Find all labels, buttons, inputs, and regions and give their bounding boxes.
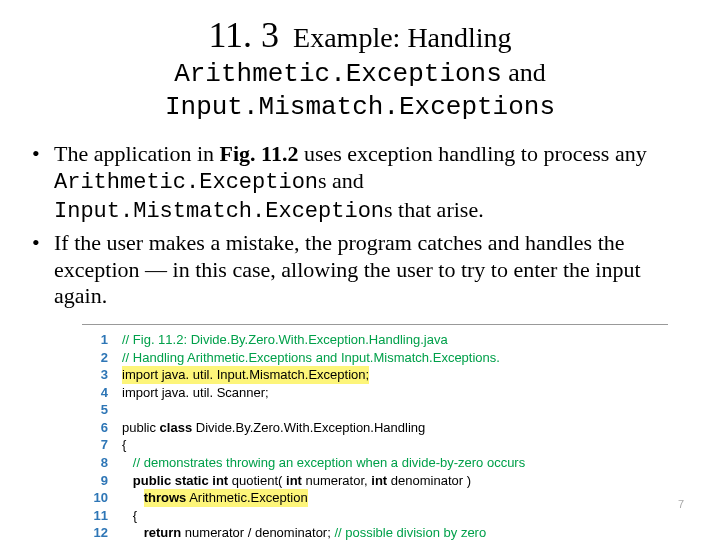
code-line: 5 — [82, 401, 668, 419]
bullet-1: The application in Fig. 11.2 uses except… — [30, 141, 698, 225]
code-line: 11 { — [82, 507, 668, 525]
code-line: 6public class Divide.By.Zero.With.Except… — [82, 419, 668, 437]
title-code-line-2: Input.Mismatch.Exceptions — [22, 91, 698, 124]
title-line-1: 11. 3 Example: Handling — [22, 14, 698, 57]
code-line: 1// Fig. 11.2: Divide.By.Zero.With.Excep… — [82, 331, 668, 349]
code-line: 3import java. util. Input.Mismatch.Excep… — [82, 366, 668, 384]
code-line: 7{ — [82, 436, 668, 454]
code-line: 2// Handling Arithmetic.Exceptions and I… — [82, 349, 668, 367]
code-figure: 1// Fig. 11.2: Divide.By.Zero.With.Excep… — [82, 324, 668, 540]
bullet-list: The application in Fig. 11.2 uses except… — [30, 141, 698, 310]
figure-ref: Fig. 11.2 — [220, 141, 299, 166]
code-line: 10 throws Arithmetic.Exception — [82, 489, 668, 507]
title-code-line-1: Arithmetic.Exceptions and — [22, 57, 698, 91]
code-line: 8 // demonstrates throwing an exception … — [82, 454, 668, 472]
section-number: 11. 3 — [208, 15, 279, 55]
code-line: 12 return numerator / denominator; // po… — [82, 524, 668, 540]
heading-word: Example: Handling — [293, 22, 512, 53]
slide-title: 11. 3 Example: Handling Arithmetic.Excep… — [22, 14, 698, 123]
code-line: 4import java. util. Scanner; — [82, 384, 668, 402]
bullet-2: If the user makes a mistake, the program… — [30, 230, 698, 310]
code-line: 9 public static int quotient( int numera… — [82, 472, 668, 490]
page-number: 7 — [678, 498, 684, 510]
